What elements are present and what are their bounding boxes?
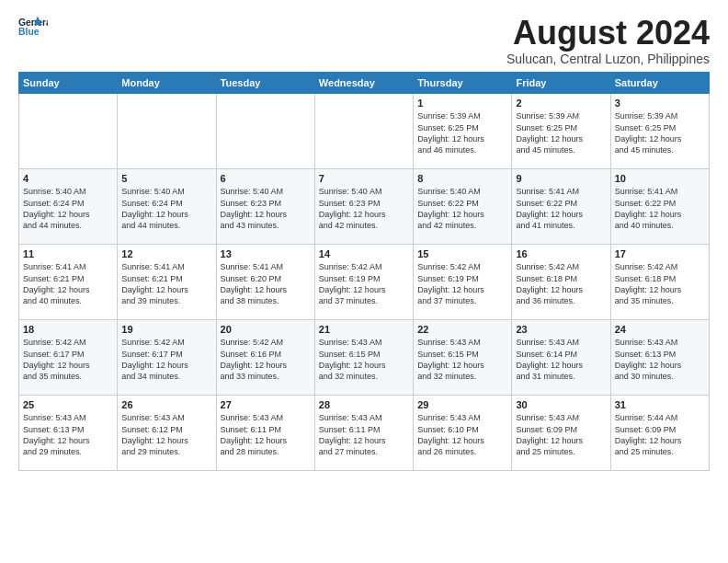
calendar-cell: 4Sunrise: 5:40 AM Sunset: 6:24 PM Daylig… <box>19 168 118 244</box>
calendar-cell <box>19 93 118 168</box>
calendar-cell: 28Sunrise: 5:43 AM Sunset: 6:11 PM Dayli… <box>314 395 413 470</box>
day-info: Sunrise: 5:40 AM Sunset: 6:23 PM Dayligh… <box>221 186 311 231</box>
calendar-week-2: 4Sunrise: 5:40 AM Sunset: 6:24 PM Daylig… <box>19 168 710 244</box>
day-number: 23 <box>516 323 606 337</box>
day-number: 11 <box>23 247 113 261</box>
calendar-cell: 1Sunrise: 5:39 AM Sunset: 6:25 PM Daylig… <box>414 93 512 168</box>
day-number: 26 <box>121 398 211 412</box>
calendar-cell: 7Sunrise: 5:40 AM Sunset: 6:23 PM Daylig… <box>314 168 413 244</box>
calendar-cell: 13Sunrise: 5:41 AM Sunset: 6:20 PM Dayli… <box>216 244 314 319</box>
day-info: Sunrise: 5:42 AM Sunset: 6:16 PM Dayligh… <box>221 337 311 382</box>
day-info: Sunrise: 5:39 AM Sunset: 6:25 PM Dayligh… <box>615 110 705 155</box>
day-info: Sunrise: 5:40 AM Sunset: 6:23 PM Dayligh… <box>319 186 409 231</box>
day-number: 19 <box>121 323 211 337</box>
calendar-cell: 5Sunrise: 5:40 AM Sunset: 6:24 PM Daylig… <box>118 168 216 244</box>
day-info: Sunrise: 5:42 AM Sunset: 6:17 PM Dayligh… <box>121 337 211 382</box>
day-number: 30 <box>516 398 606 412</box>
weekday-header-saturday: Saturday <box>610 72 709 93</box>
calendar-week-1: 1Sunrise: 5:39 AM Sunset: 6:25 PM Daylig… <box>19 93 710 168</box>
day-number: 24 <box>615 323 705 337</box>
calendar-cell: 16Sunrise: 5:42 AM Sunset: 6:18 PM Dayli… <box>512 244 610 319</box>
calendar-cell: 20Sunrise: 5:42 AM Sunset: 6:16 PM Dayli… <box>216 319 314 395</box>
calendar-cell: 24Sunrise: 5:43 AM Sunset: 6:13 PM Dayli… <box>610 319 709 395</box>
calendar-cell: 31Sunrise: 5:44 AM Sunset: 6:09 PM Dayli… <box>610 395 709 470</box>
day-info: Sunrise: 5:43 AM Sunset: 6:09 PM Dayligh… <box>516 412 606 457</box>
calendar-cell: 30Sunrise: 5:43 AM Sunset: 6:09 PM Dayli… <box>512 395 610 470</box>
calendar-cell: 19Sunrise: 5:42 AM Sunset: 6:17 PM Dayli… <box>118 319 216 395</box>
day-info: Sunrise: 5:42 AM Sunset: 6:18 PM Dayligh… <box>516 261 606 306</box>
day-info: Sunrise: 5:44 AM Sunset: 6:09 PM Dayligh… <box>615 412 705 457</box>
day-number: 17 <box>615 247 705 261</box>
svg-text:Blue: Blue <box>18 27 40 37</box>
day-number: 1 <box>417 97 507 110</box>
day-info: Sunrise: 5:41 AM Sunset: 6:22 PM Dayligh… <box>516 186 606 231</box>
calendar-cell: 6Sunrise: 5:40 AM Sunset: 6:23 PM Daylig… <box>216 168 314 244</box>
weekday-header-wednesday: Wednesday <box>314 72 413 93</box>
day-info: Sunrise: 5:43 AM Sunset: 6:13 PM Dayligh… <box>615 337 705 382</box>
calendar-cell <box>216 93 314 168</box>
calendar-cell: 12Sunrise: 5:41 AM Sunset: 6:21 PM Dayli… <box>118 244 216 319</box>
calendar-cell: 8Sunrise: 5:40 AM Sunset: 6:22 PM Daylig… <box>414 168 512 244</box>
day-number: 20 <box>221 323 311 337</box>
day-info: Sunrise: 5:39 AM Sunset: 6:25 PM Dayligh… <box>516 110 606 155</box>
header: General Blue August 2024 Sulucan, Centra… <box>18 15 710 66</box>
day-info: Sunrise: 5:42 AM Sunset: 6:19 PM Dayligh… <box>417 261 507 306</box>
logo-icon: General Blue <box>18 15 48 40</box>
calendar-cell: 27Sunrise: 5:43 AM Sunset: 6:11 PM Dayli… <box>216 395 314 470</box>
day-info: Sunrise: 5:43 AM Sunset: 6:13 PM Dayligh… <box>23 412 113 457</box>
day-number: 16 <box>516 247 606 261</box>
calendar-table: SundayMondayTuesdayWednesdayThursdayFrid… <box>18 72 710 471</box>
subtitle: Sulucan, Central Luzon, Philippines <box>506 52 710 66</box>
calendar-cell: 25Sunrise: 5:43 AM Sunset: 6:13 PM Dayli… <box>19 395 118 470</box>
logo: General Blue <box>18 15 48 40</box>
day-number: 29 <box>417 398 507 412</box>
calendar-cell: 17Sunrise: 5:42 AM Sunset: 6:18 PM Dayli… <box>610 244 709 319</box>
day-number: 9 <box>516 172 606 186</box>
day-info: Sunrise: 5:43 AM Sunset: 6:10 PM Dayligh… <box>417 412 507 457</box>
day-number: 22 <box>417 323 507 337</box>
day-info: Sunrise: 5:43 AM Sunset: 6:14 PM Dayligh… <box>516 337 606 382</box>
day-info: Sunrise: 5:39 AM Sunset: 6:25 PM Dayligh… <box>417 110 507 155</box>
weekday-header-monday: Monday <box>118 72 216 93</box>
day-info: Sunrise: 5:41 AM Sunset: 6:22 PM Dayligh… <box>615 186 705 231</box>
day-info: Sunrise: 5:41 AM Sunset: 6:21 PM Dayligh… <box>23 261 113 306</box>
day-number: 8 <box>417 172 507 186</box>
day-number: 18 <box>23 323 113 337</box>
day-number: 21 <box>319 323 409 337</box>
weekday-header-tuesday: Tuesday <box>216 72 314 93</box>
calendar-cell: 23Sunrise: 5:43 AM Sunset: 6:14 PM Dayli… <box>512 319 610 395</box>
day-number: 5 <box>121 172 211 186</box>
calendar-cell: 9Sunrise: 5:41 AM Sunset: 6:22 PM Daylig… <box>512 168 610 244</box>
svg-text:General: General <box>18 17 48 28</box>
calendar-cell: 11Sunrise: 5:41 AM Sunset: 6:21 PM Dayli… <box>19 244 118 319</box>
day-info: Sunrise: 5:40 AM Sunset: 6:24 PM Dayligh… <box>23 186 113 231</box>
day-info: Sunrise: 5:43 AM Sunset: 6:15 PM Dayligh… <box>417 337 507 382</box>
calendar-cell: 3Sunrise: 5:39 AM Sunset: 6:25 PM Daylig… <box>610 93 709 168</box>
calendar-week-4: 18Sunrise: 5:42 AM Sunset: 6:17 PM Dayli… <box>19 319 710 395</box>
day-number: 13 <box>221 247 311 261</box>
day-info: Sunrise: 5:42 AM Sunset: 6:17 PM Dayligh… <box>23 337 113 382</box>
calendar-cell: 2Sunrise: 5:39 AM Sunset: 6:25 PM Daylig… <box>512 93 610 168</box>
title-block: August 2024 Sulucan, Central Luzon, Phil… <box>506 15 710 66</box>
day-info: Sunrise: 5:41 AM Sunset: 6:20 PM Dayligh… <box>221 261 311 306</box>
calendar-cell: 10Sunrise: 5:41 AM Sunset: 6:22 PM Dayli… <box>610 168 709 244</box>
day-number: 7 <box>319 172 409 186</box>
calendar-week-3: 11Sunrise: 5:41 AM Sunset: 6:21 PM Dayli… <box>19 244 710 319</box>
day-info: Sunrise: 5:43 AM Sunset: 6:11 PM Dayligh… <box>221 412 311 457</box>
day-info: Sunrise: 5:42 AM Sunset: 6:19 PM Dayligh… <box>319 261 409 306</box>
page: General Blue August 2024 Sulucan, Centra… <box>0 0 728 480</box>
weekday-header-sunday: Sunday <box>19 72 118 93</box>
day-number: 25 <box>23 398 113 412</box>
calendar-cell: 26Sunrise: 5:43 AM Sunset: 6:12 PM Dayli… <box>118 395 216 470</box>
day-number: 6 <box>221 172 311 186</box>
day-info: Sunrise: 5:42 AM Sunset: 6:18 PM Dayligh… <box>615 261 705 306</box>
calendar-cell: 14Sunrise: 5:42 AM Sunset: 6:19 PM Dayli… <box>314 244 413 319</box>
day-number: 15 <box>417 247 507 261</box>
day-number: 3 <box>615 97 705 110</box>
calendar-cell: 22Sunrise: 5:43 AM Sunset: 6:15 PM Dayli… <box>414 319 512 395</box>
main-title: August 2024 <box>506 15 710 52</box>
calendar-cell: 21Sunrise: 5:43 AM Sunset: 6:15 PM Dayli… <box>314 319 413 395</box>
day-number: 10 <box>615 172 705 186</box>
calendar-cell: 18Sunrise: 5:42 AM Sunset: 6:17 PM Dayli… <box>19 319 118 395</box>
day-info: Sunrise: 5:43 AM Sunset: 6:12 PM Dayligh… <box>121 412 211 457</box>
